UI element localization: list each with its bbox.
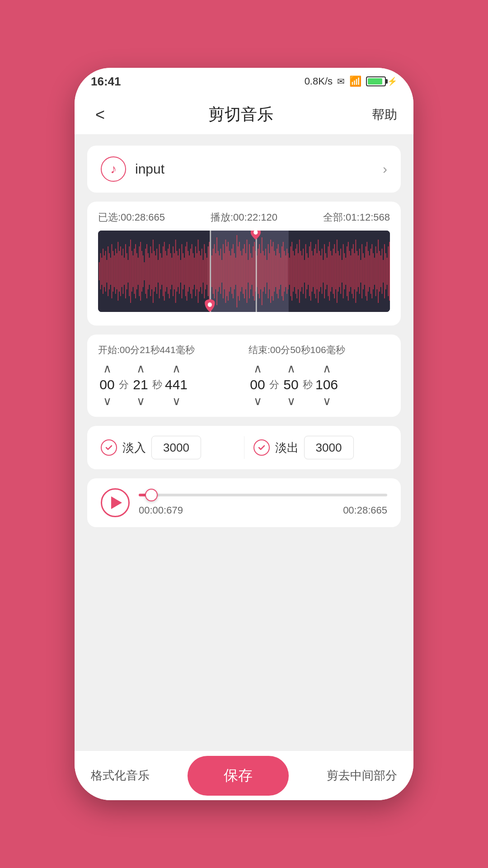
svg-rect-28 xyxy=(133,255,134,287)
svg-rect-35 xyxy=(141,251,142,292)
svg-rect-157 xyxy=(293,251,294,292)
svg-rect-76 xyxy=(192,253,193,289)
svg-rect-167 xyxy=(305,244,306,298)
svg-rect-79 xyxy=(197,253,197,289)
trim-middle-button[interactable]: 剪去中间部分 xyxy=(327,768,397,783)
help-button[interactable]: 帮助 xyxy=(372,106,397,123)
file-selector-left: ♪ input xyxy=(101,156,164,182)
fade-out-check[interactable] xyxy=(253,439,270,456)
svg-rect-189 xyxy=(333,249,334,294)
end-min-down[interactable]: ∨ xyxy=(250,394,266,408)
fade-in-check[interactable] xyxy=(101,439,117,456)
fade-out-input[interactable] xyxy=(304,436,354,459)
back-button[interactable]: < xyxy=(91,101,109,129)
end-min-up[interactable]: ∧ xyxy=(250,362,266,375)
wifi-icon: 📶 xyxy=(349,75,361,87)
current-time: 00:00:679 xyxy=(139,505,183,516)
svg-rect-10 xyxy=(110,258,111,285)
end-ms-up[interactable]: ∧ xyxy=(319,362,335,375)
svg-rect-131 xyxy=(260,253,261,289)
svg-rect-203 xyxy=(350,255,351,287)
svg-rect-175 xyxy=(315,244,316,298)
svg-rect-9 xyxy=(109,253,110,289)
svg-rect-90 xyxy=(209,242,210,301)
selected-duration: 已选:00:28:665 xyxy=(98,211,165,224)
waveform-container[interactable] xyxy=(98,231,390,312)
svg-rect-108 xyxy=(231,249,232,294)
end-ms-down[interactable]: ∨ xyxy=(319,394,335,408)
svg-rect-15 xyxy=(117,253,117,289)
svg-rect-19 xyxy=(122,255,122,287)
svg-rect-27 xyxy=(131,251,132,292)
start-min-value: 00 xyxy=(98,377,116,392)
svg-rect-197 xyxy=(343,244,344,298)
svg-rect-148 xyxy=(282,246,282,296)
play-button[interactable] xyxy=(101,488,130,517)
svg-rect-65 xyxy=(179,249,180,294)
start-sec-down[interactable]: ∨ xyxy=(133,394,149,408)
svg-rect-168 xyxy=(306,253,307,289)
start-ms-up[interactable]: ∧ xyxy=(169,362,184,375)
svg-rect-199 xyxy=(345,258,346,285)
svg-rect-8 xyxy=(108,246,108,296)
svg-rect-38 xyxy=(145,249,146,294)
svg-rect-218 xyxy=(369,255,370,287)
svg-rect-7 xyxy=(106,260,107,283)
svg-rect-191 xyxy=(335,253,336,289)
svg-rect-163 xyxy=(300,251,301,292)
end-sec-up[interactable]: ∧ xyxy=(283,362,299,375)
time-editor-row: 开始:00分21秒441毫秒 ∧ 00 ∨ 分 ∧ 21 xyxy=(98,344,390,408)
start-ms-value: 441 xyxy=(165,377,188,392)
slider-thumb[interactable] xyxy=(145,489,158,501)
svg-rect-44 xyxy=(153,240,154,303)
file-selector[interactable]: ♪ input › xyxy=(101,156,387,182)
svg-rect-49 xyxy=(159,244,160,298)
svg-rect-95 xyxy=(215,253,216,289)
svg-rect-153 xyxy=(288,253,289,289)
svg-rect-39 xyxy=(146,244,147,298)
svg-rect-214 xyxy=(364,258,365,285)
svg-rect-179 xyxy=(320,255,321,287)
playback-times: 00:00:679 00:28:665 xyxy=(139,505,387,516)
playback-slider-track[interactable] xyxy=(139,494,387,496)
svg-rect-174 xyxy=(314,249,315,294)
svg-rect-215 xyxy=(366,246,366,296)
svg-rect-176 xyxy=(317,253,318,289)
svg-rect-114 xyxy=(239,242,240,301)
svg-rect-51 xyxy=(161,258,162,285)
svg-rect-184 xyxy=(327,258,328,285)
svg-rect-34 xyxy=(140,242,141,301)
lightning-icon: ⚡ xyxy=(387,76,397,86)
status-icons: 0.8K/s ✉ 📶 ⚡ xyxy=(305,75,397,87)
svg-rect-204 xyxy=(352,249,352,294)
end-sec-down[interactable]: ∨ xyxy=(283,394,299,408)
svg-rect-36 xyxy=(143,255,144,287)
svg-rect-217 xyxy=(368,251,369,292)
fade-in-label: 淡入 xyxy=(122,440,146,456)
svg-rect-229 xyxy=(383,260,384,283)
svg-rect-55 xyxy=(166,255,167,287)
start-min-up[interactable]: ∧ xyxy=(99,362,115,375)
fade-in-input[interactable] xyxy=(151,436,201,459)
format-button[interactable]: 格式化音乐 xyxy=(91,768,150,783)
svg-rect-13 xyxy=(114,255,115,287)
svg-rect-205 xyxy=(353,244,354,298)
svg-rect-69 xyxy=(184,258,185,285)
start-sec-up[interactable]: ∧ xyxy=(133,362,149,375)
svg-rect-228 xyxy=(382,249,383,294)
phone-frame: 16:41 0.8K/s ✉ 📶 ⚡ < 剪切音乐 帮助 ♪ xyxy=(75,68,413,800)
svg-rect-150 xyxy=(284,251,285,292)
svg-rect-101 xyxy=(223,244,224,298)
fade-in-item: 淡入 xyxy=(101,436,235,459)
start-ms-down[interactable]: ∨ xyxy=(169,394,184,408)
waveform-stats: 已选:00:28:665 播放:00:22:120 全部:01:12:568 xyxy=(98,211,390,224)
start-min-down[interactable]: ∨ xyxy=(99,394,115,408)
svg-rect-6 xyxy=(105,251,106,292)
end-sec-group: ∧ 50 ∨ xyxy=(282,362,300,408)
svg-rect-158 xyxy=(294,255,295,287)
svg-rect-135 xyxy=(265,249,266,294)
battery-icon: ⚡ xyxy=(366,76,397,86)
svg-rect-141 xyxy=(273,242,274,301)
save-button[interactable]: 保存 xyxy=(188,756,289,796)
waveform-visual xyxy=(98,231,390,312)
